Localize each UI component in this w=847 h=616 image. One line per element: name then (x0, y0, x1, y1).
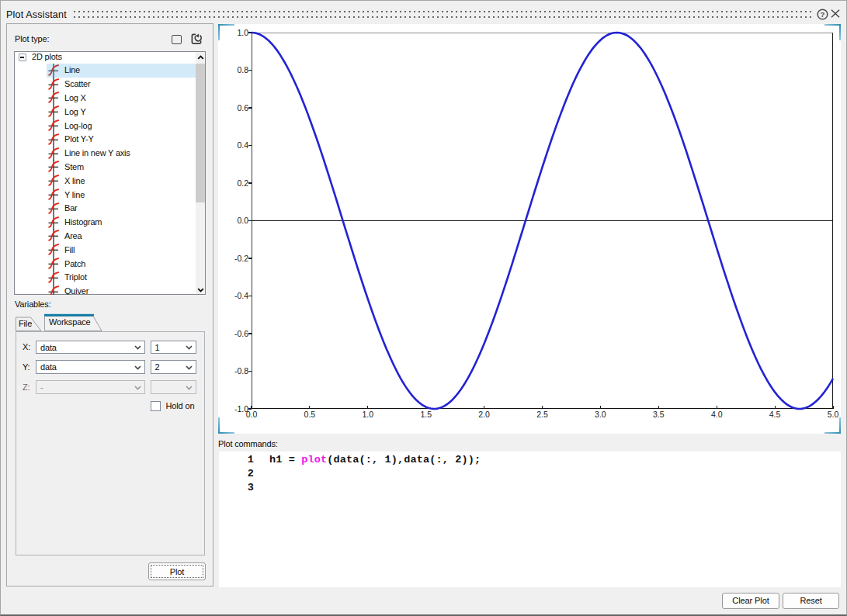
svg-text:?: ? (821, 10, 825, 19)
